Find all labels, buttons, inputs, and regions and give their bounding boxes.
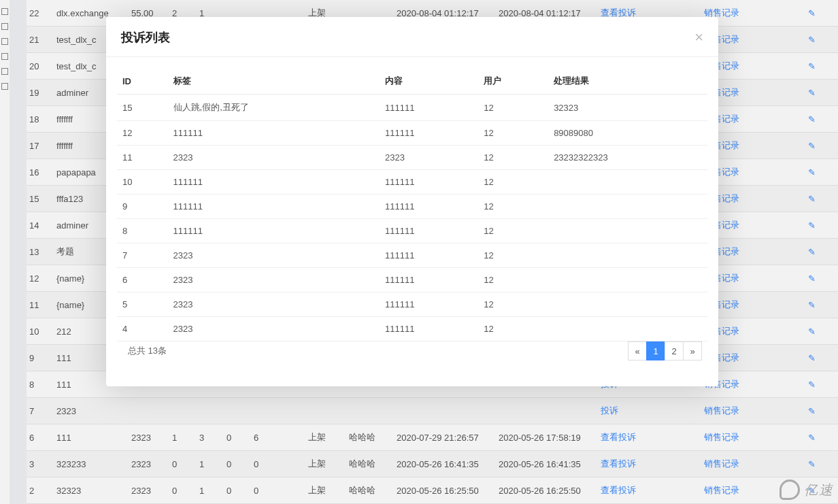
table-cell: 111111: [380, 121, 478, 146]
table-cell: 12: [478, 170, 548, 195]
table-cell: [548, 195, 707, 219]
table-cell: 111111: [168, 121, 380, 146]
table-row: 6232311111112: [117, 268, 707, 292]
table-cell: 2323: [168, 268, 380, 292]
table-cell: 2323: [168, 317, 380, 341]
table-cell: [548, 243, 707, 268]
modal-header: 投诉列表 ×: [106, 17, 718, 57]
complaint-table: ID标签内容用户处理结果 15仙人跳,假的,丑死了111111123232312…: [117, 68, 707, 341]
table-cell: 111111: [168, 170, 380, 195]
table-cell: 111111: [168, 195, 380, 219]
column-header: 标签: [168, 68, 380, 95]
table-cell: 111111: [380, 219, 478, 243]
table-cell: 12: [478, 243, 548, 268]
page-prev-button[interactable]: «: [628, 341, 647, 360]
table-cell: 仙人跳,假的,丑死了: [168, 95, 380, 121]
table-row: 121111111111111289089080: [117, 121, 707, 146]
table-cell: 111111: [380, 95, 478, 121]
table-cell: 12: [478, 317, 548, 341]
page-number-button[interactable]: 1: [646, 341, 665, 360]
table-cell: 12: [478, 292, 548, 317]
table-cell: 12: [117, 121, 168, 146]
table-cell: 11: [117, 146, 168, 170]
table-cell: 111111: [380, 195, 478, 219]
table-cell: 6: [117, 268, 168, 292]
table-cell: 2323: [168, 243, 380, 268]
modal-footer: 总共 13条 «12»: [117, 341, 707, 375]
page-number-button[interactable]: 2: [665, 341, 684, 360]
table-cell: 15: [117, 95, 168, 121]
pagination: «12»: [628, 341, 702, 360]
table-cell: 111111: [380, 243, 478, 268]
modal-title: 投诉列表: [121, 29, 170, 46]
table-cell: 111111: [380, 170, 478, 195]
table-cell: 10: [117, 170, 168, 195]
close-icon[interactable]: ×: [694, 30, 703, 45]
total-count: 总共 13条: [122, 345, 167, 357]
table-cell: 8: [117, 219, 168, 243]
column-header: 用户: [478, 68, 548, 95]
table-cell: 111111: [168, 219, 380, 243]
table-cell: 9: [117, 195, 168, 219]
table-row: 1011111111111112: [117, 170, 707, 195]
table-cell: [548, 170, 707, 195]
watermark-logo: 亿速: [780, 480, 834, 500]
table-cell: 111111: [380, 268, 478, 292]
table-row: 911111111111112: [117, 195, 707, 219]
column-header: ID: [117, 68, 168, 95]
table-cell: 7: [117, 243, 168, 268]
table-cell: 111111: [380, 292, 478, 317]
table-cell: 89089080: [548, 121, 707, 146]
table-cell: 12: [478, 195, 548, 219]
table-cell: 32323: [548, 95, 707, 121]
table-row: 15仙人跳,假的,丑死了1111111232323: [117, 95, 707, 121]
table-row: 811111111111112: [117, 219, 707, 243]
column-header: 内容: [380, 68, 478, 95]
table-cell: 2323: [168, 146, 380, 170]
table-row: 5232311111112: [117, 292, 707, 317]
table-cell: 2323: [168, 292, 380, 317]
table-row: 7232311111112: [117, 243, 707, 268]
table-cell: 4: [117, 317, 168, 341]
table-cell: 2323: [380, 146, 478, 170]
modal-overlay: 投诉列表 × ID标签内容用户处理结果 15仙人跳,假的,丑死了11111112…: [0, 0, 838, 504]
column-header: 处理结果: [548, 68, 707, 95]
table-cell: [548, 317, 707, 341]
table-row: 4232311111112: [117, 317, 707, 341]
table-cell: [548, 219, 707, 243]
table-row: 11232323231223232322323: [117, 146, 707, 170]
table-cell: 23232322323: [548, 146, 707, 170]
table-cell: 12: [478, 121, 548, 146]
page-next-button[interactable]: »: [683, 341, 702, 360]
complaint-modal: 投诉列表 × ID标签内容用户处理结果 15仙人跳,假的,丑死了11111112…: [106, 17, 718, 386]
table-cell: 111111: [380, 317, 478, 341]
table-cell: [548, 292, 707, 317]
table-cell: 12: [478, 268, 548, 292]
table-cell: 12: [478, 219, 548, 243]
table-cell: 5: [117, 292, 168, 317]
table-cell: [548, 268, 707, 292]
table-cell: 12: [478, 146, 548, 170]
table-cell: 12: [478, 95, 548, 121]
